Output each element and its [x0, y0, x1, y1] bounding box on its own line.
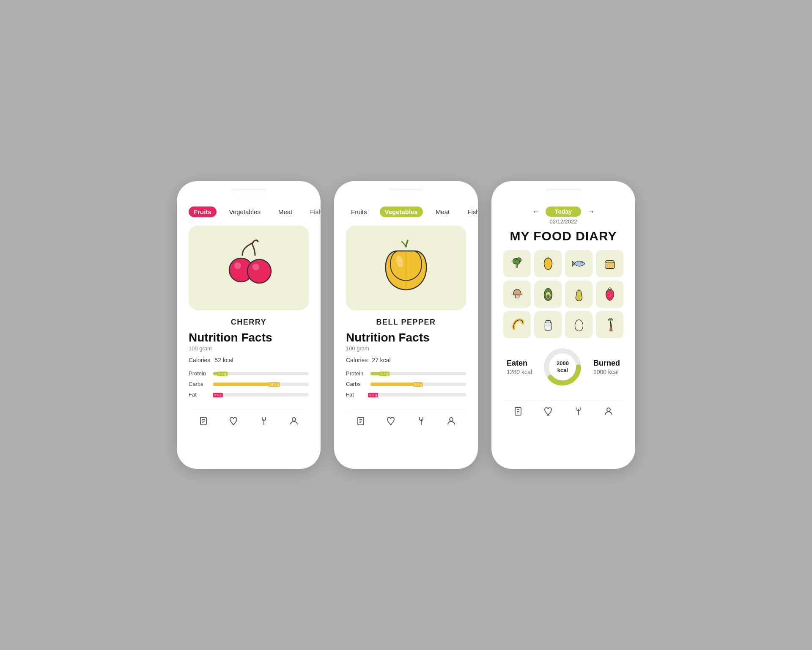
- food-cell-strawberry[interactable]: [596, 281, 623, 308]
- svg-point-16: [450, 418, 453, 421]
- donut-center-label: 2000kcal: [557, 360, 569, 373]
- food-nav-icon-2[interactable]: [415, 415, 427, 427]
- calories-row-2: Calories 27 kcal: [346, 357, 466, 364]
- user-nav-icon-1[interactable]: [288, 415, 300, 427]
- svg-rect-35: [545, 325, 551, 326]
- food-cell-bread[interactable]: [596, 250, 623, 277]
- svg-point-2: [247, 259, 271, 283]
- food-nav-icon-1[interactable]: [258, 415, 270, 427]
- food-cell-pepper[interactable]: [534, 250, 562, 277]
- food-image-box-1: [189, 226, 309, 310]
- svg-rect-27: [515, 295, 519, 298]
- food-cell-milk[interactable]: [534, 311, 562, 338]
- phone-3: ← Today → 02/12/2022 MY FOOD DIARY: [491, 181, 635, 469]
- carbs-row-1: Carbs 13.1 g: [189, 381, 309, 387]
- nutrition-title-1: Nutrition Facts: [189, 331, 309, 344]
- food-cell-broccoli[interactable]: [503, 250, 531, 277]
- diary-title: MY FOOD DIARY: [503, 229, 623, 243]
- food-cell-egg[interactable]: [565, 311, 593, 338]
- user-nav-icon-2[interactable]: [445, 415, 457, 427]
- phone-2: Fruits Vegetables Meat Fish: [334, 181, 478, 469]
- food-cell-carrot[interactable]: [596, 311, 623, 338]
- food-name-1: CHERRY: [189, 318, 309, 327]
- svg-rect-20: [516, 264, 518, 268]
- tab-meat-1[interactable]: Meat: [273, 207, 297, 217]
- phone-1: Fruits Vegetables Meat Fish: [177, 181, 321, 469]
- calories-value-2: 27 kcal: [372, 357, 390, 364]
- svg-rect-34: [546, 321, 550, 323]
- eaten-label: Eaten: [507, 359, 532, 368]
- tab-vegetables-1[interactable]: Vegetables: [224, 207, 266, 217]
- burned-section: Burned 1000 kcal: [593, 359, 620, 375]
- tab-meat-2[interactable]: Meat: [431, 207, 455, 217]
- protein-fill-2: 1.3 g: [370, 372, 390, 375]
- bottom-nav-2: [346, 410, 466, 427]
- food-grid: [503, 250, 623, 338]
- app-container: Fruits Vegetables Meat Fish: [160, 156, 652, 494]
- fat-track-1: 0.6 g: [213, 393, 309, 397]
- bell-pepper-icon: [376, 238, 436, 297]
- nutrition-title-2: Nutrition Facts: [346, 331, 466, 344]
- fat-fill-1: 0.6 g: [213, 393, 223, 397]
- fat-row-1: Fat 0.6 g: [189, 391, 309, 398]
- diary-nav-icon-3[interactable]: [513, 405, 524, 417]
- cherry-icon: [219, 238, 278, 297]
- next-arrow[interactable]: →: [587, 207, 595, 216]
- calories-row-1: Calories 52 kcal: [189, 357, 309, 364]
- burned-label: Burned: [593, 359, 620, 368]
- category-tabs-2: Fruits Vegetables Meat Fish: [346, 207, 466, 217]
- bottom-nav-3: [503, 400, 623, 417]
- burned-value: 1000 kcal: [593, 369, 620, 375]
- svg-point-32: [609, 296, 609, 297]
- carbs-value-2: 6.0 g: [413, 382, 423, 387]
- svg-point-28: [546, 295, 550, 299]
- food-cell-banana[interactable]: [503, 311, 531, 338]
- calories-value-1: 52 kcal: [214, 357, 233, 364]
- tab-vegetables-2[interactable]: Vegetables: [380, 207, 423, 217]
- svg-point-31: [610, 295, 611, 295]
- food-cell-pear[interactable]: [565, 281, 593, 308]
- food-cell-fish[interactable]: [565, 250, 593, 277]
- diary-nav-icon-2[interactable]: [355, 415, 367, 427]
- today-badge: Today: [546, 207, 581, 217]
- protein-row-1: Protein 0.8 g: [189, 370, 309, 377]
- food-cell-mushroom[interactable]: [503, 281, 531, 308]
- fat-value-1: 0.6 g: [213, 393, 223, 397]
- prev-arrow[interactable]: ←: [532, 207, 540, 216]
- food-cell-avocado[interactable]: [534, 281, 562, 308]
- bottom-nav-1: [189, 410, 309, 427]
- tab-fruits-2[interactable]: Fruits: [346, 207, 372, 217]
- protein-track-2: 1.3 g: [370, 372, 466, 375]
- carbs-row-2: Carbs 6.0 g: [346, 381, 466, 387]
- protein-label-2: Protein: [346, 370, 367, 377]
- eaten-section: Eaten 1280 kcal: [507, 359, 532, 375]
- heart-nav-icon-2[interactable]: [385, 415, 397, 427]
- nutrition-gram-2: 100 gram: [346, 345, 466, 352]
- protein-fill-1: 0.8 g: [213, 372, 228, 375]
- protein-track-1: 0.8 g: [213, 372, 309, 375]
- heart-nav-icon-1[interactable]: [228, 415, 240, 427]
- svg-point-21: [582, 262, 583, 264]
- fat-value-2: 0.3 g: [368, 393, 378, 397]
- diary-date: 02/12/2022: [503, 218, 623, 225]
- fat-row-2: Fat 0.3 g: [346, 391, 466, 398]
- user-nav-icon-3[interactable]: [603, 405, 614, 417]
- carbs-fill-2: 6.0 g: [370, 383, 423, 386]
- svg-rect-23: [606, 260, 614, 263]
- calorie-summary: Eaten 1280 kcal 2000kcal Burned 1000 kca…: [503, 346, 623, 388]
- calories-label-2: Calories: [346, 357, 368, 364]
- food-nav-icon-3[interactable]: [573, 405, 584, 417]
- heart-nav-icon-3[interactable]: [543, 405, 554, 417]
- carbs-label-1: Carbs: [189, 381, 210, 387]
- fat-label-2: Fat: [346, 391, 367, 398]
- diary-nav-icon-1[interactable]: [198, 415, 210, 427]
- protein-value-2: 1.3 g: [379, 372, 390, 376]
- category-tabs-1: Fruits Vegetables Meat Fish: [189, 207, 309, 217]
- food-image-box-2: [346, 226, 466, 310]
- tab-fruits-1[interactable]: Fruits: [189, 207, 217, 217]
- tab-fish-1[interactable]: Fish: [305, 207, 321, 217]
- protein-value-1: 0.8 g: [217, 372, 228, 376]
- protein-label-1: Protein: [189, 370, 210, 377]
- date-nav: ← Today →: [503, 207, 623, 217]
- tab-fish-2[interactable]: Fish: [462, 207, 478, 217]
